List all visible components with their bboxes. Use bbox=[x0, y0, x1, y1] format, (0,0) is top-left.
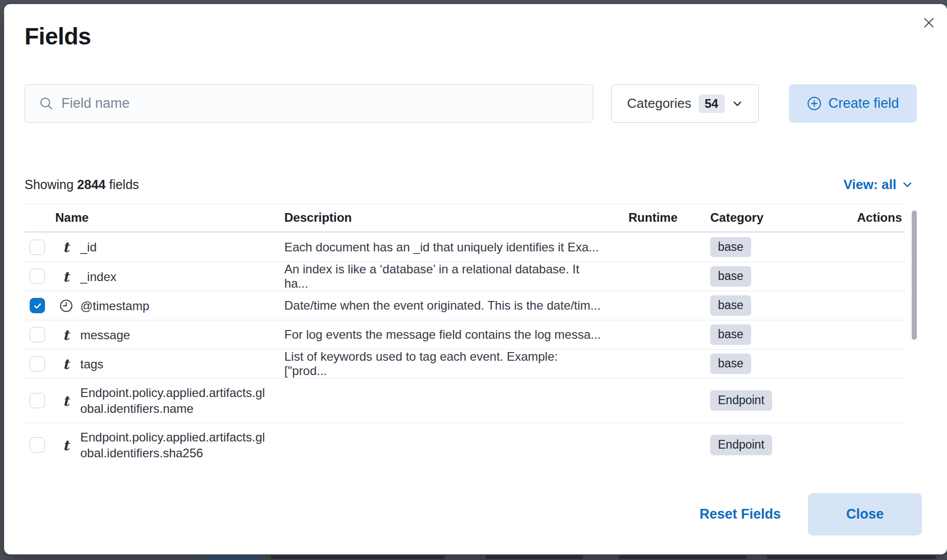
chevron-down-icon bbox=[732, 98, 743, 109]
column-header-runtime: Runtime bbox=[603, 211, 710, 225]
category-cell: base bbox=[710, 324, 828, 344]
field-name: _id bbox=[80, 239, 97, 255]
string-type-glyph: t bbox=[63, 328, 69, 342]
string-type-glyph: t bbox=[63, 357, 69, 371]
string-type-glyph: t bbox=[63, 438, 69, 452]
row-checkbox[interactable] bbox=[30, 269, 45, 284]
string-type-icon: t bbox=[58, 438, 74, 452]
string-type-glyph: t bbox=[63, 394, 69, 408]
category-cell: base bbox=[710, 354, 828, 374]
create-field-label: Create field bbox=[828, 96, 899, 111]
column-header-description: Description bbox=[276, 211, 603, 225]
field-name: @timestamp bbox=[80, 298, 149, 314]
table-header: Name Description Runtime Category Action… bbox=[25, 204, 905, 232]
field-name: Endpoint.policy.applied.artifacts.global… bbox=[80, 385, 270, 416]
obscured-background-content bbox=[271, 555, 445, 559]
checkbox-cell bbox=[25, 393, 51, 408]
table-row[interactable]: t_idEach document has an _id that unique… bbox=[25, 232, 905, 262]
string-type-glyph: t bbox=[63, 270, 69, 284]
field-name: message bbox=[80, 327, 130, 343]
category-badge: base bbox=[710, 324, 751, 344]
row-checkbox[interactable] bbox=[30, 327, 45, 342]
name-cell: tmessage bbox=[51, 327, 276, 343]
checkbox-cell bbox=[25, 437, 51, 453]
table-body: t_idEach document has an _id that unique… bbox=[25, 232, 905, 467]
create-field-button[interactable]: Create field bbox=[789, 84, 917, 123]
table-row[interactable]: tEndpoint.policy.applied.artifacts.globa… bbox=[25, 378, 905, 423]
obscured-background-content bbox=[767, 555, 936, 559]
chevron-down-icon bbox=[901, 179, 913, 191]
category-badge: base bbox=[710, 354, 751, 374]
obscured-background-content bbox=[619, 555, 747, 559]
table-row[interactable]: ttagsList of keywords used to tag each e… bbox=[25, 349, 905, 378]
column-header-actions: Actions bbox=[828, 211, 905, 225]
string-type-icon: t bbox=[58, 240, 74, 254]
table-scrollbar-thumb[interactable] bbox=[912, 211, 917, 340]
field-name: _index bbox=[80, 269, 117, 285]
name-cell: @timestamp bbox=[51, 298, 276, 314]
category-badge: base bbox=[710, 266, 751, 286]
search-input[interactable] bbox=[61, 96, 582, 111]
string-type-icon: t bbox=[58, 328, 74, 342]
field-description: For log events the message field contain… bbox=[276, 328, 603, 342]
column-header-name: Name bbox=[51, 211, 276, 225]
row-checkbox[interactable] bbox=[30, 437, 45, 453]
fields-count-summary: Showing 2844 fields bbox=[25, 177, 139, 192]
checkbox-cell bbox=[25, 269, 51, 284]
table-row[interactable]: @timestampDate/time when the event origi… bbox=[25, 291, 905, 320]
fields-modal: Fields Categories 54 bbox=[4, 4, 947, 554]
field-description: Each document has an _id that uniquely i… bbox=[276, 240, 603, 254]
category-badge: base bbox=[710, 295, 751, 315]
modal-close-icon[interactable] bbox=[918, 12, 939, 33]
fields-count: 2844 bbox=[77, 177, 106, 192]
categories-label: Categories bbox=[627, 96, 691, 111]
string-type-icon: t bbox=[58, 394, 74, 408]
name-cell: ttags bbox=[51, 356, 276, 372]
checkbox-cell bbox=[25, 356, 51, 371]
field-description: Date/time when the event originated. Thi… bbox=[276, 298, 603, 313]
name-cell: tEndpoint.policy.applied.artifacts.globa… bbox=[51, 385, 276, 416]
category-cell: base bbox=[710, 237, 828, 257]
table-row[interactable]: t_indexAn index is like a ‘database’ in … bbox=[25, 262, 905, 291]
row-checkbox[interactable] bbox=[30, 298, 45, 313]
x-icon bbox=[922, 16, 936, 30]
categories-dropdown-button[interactable]: Categories 54 bbox=[611, 84, 759, 123]
field-search[interactable] bbox=[25, 84, 593, 123]
category-cell: Endpoint bbox=[710, 390, 828, 410]
name-cell: tEndpoint.policy.applied.artifacts.globa… bbox=[51, 429, 276, 461]
category-badge: Endpoint bbox=[710, 390, 772, 410]
checkbox-cell bbox=[25, 298, 51, 313]
string-type-icon: t bbox=[58, 357, 74, 371]
plus-circle-icon bbox=[807, 96, 822, 111]
table-row[interactable]: tEndpoint.policy.applied.artifacts.globa… bbox=[25, 423, 905, 467]
close-button[interactable]: Close bbox=[808, 493, 922, 535]
obscured-background-content bbox=[486, 555, 583, 559]
page-title: Fields bbox=[25, 22, 91, 50]
obscured-background-link bbox=[205, 555, 261, 559]
category-badge: Endpoint bbox=[710, 435, 772, 455]
column-header-category: Category bbox=[710, 211, 828, 225]
controls-row: Categories 54 Create field bbox=[25, 84, 917, 123]
field-description: List of keywords used to tag each event.… bbox=[276, 349, 603, 378]
view-filter-label: View: all bbox=[843, 177, 896, 193]
date-type-icon bbox=[58, 298, 74, 313]
category-cell: base bbox=[710, 295, 828, 315]
reset-fields-button[interactable]: Reset Fields bbox=[700, 506, 781, 523]
category-cell: base bbox=[710, 266, 828, 286]
category-badge: base bbox=[710, 237, 751, 257]
row-checkbox[interactable] bbox=[30, 356, 45, 371]
field-name: tags bbox=[80, 356, 103, 372]
summary-row: Showing 2844 fields View: all bbox=[25, 177, 913, 193]
fields-table: Name Description Runtime Category Action… bbox=[25, 203, 905, 467]
view-filter-dropdown[interactable]: View: all bbox=[843, 177, 913, 193]
checkbox-cell bbox=[25, 240, 51, 255]
name-cell: t_id bbox=[51, 239, 276, 255]
search-icon bbox=[38, 96, 54, 111]
row-checkbox[interactable] bbox=[30, 240, 45, 255]
categories-count-badge: 54 bbox=[698, 95, 725, 113]
row-checkbox[interactable] bbox=[30, 393, 45, 408]
table-row[interactable]: tmessageFor log events the message field… bbox=[25, 320, 905, 349]
field-name: Endpoint.policy.applied.artifacts.global… bbox=[80, 429, 270, 461]
field-description: An index is like a ‘database’ in a relat… bbox=[276, 262, 603, 291]
category-cell: Endpoint bbox=[710, 435, 828, 455]
